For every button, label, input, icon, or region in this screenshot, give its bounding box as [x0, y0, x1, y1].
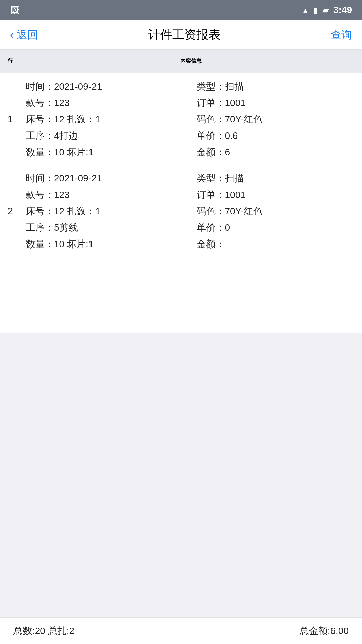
content-line: 订单：1001	[197, 95, 357, 111]
status-bar-left: 🖼	[10, 5, 19, 16]
chevron-left-icon: ‹	[10, 28, 14, 42]
battery-icon	[322, 5, 328, 15]
table-row: 1时间：2021-09-21款号：123床号：12 扎数：1工序：4打边数量：1…	[0, 73, 362, 165]
content-line: 床号：12 扎数：1	[26, 203, 186, 219]
footer-bar: 总数:20 总扎:2 总金额:6.00	[0, 617, 362, 644]
content-line: 数量：10 坏片:1	[26, 144, 186, 160]
photo-icon: 🖼	[10, 5, 19, 16]
content-line: 单价：0.6	[197, 127, 357, 144]
table-header-row: 行 内容信息	[0, 50, 362, 73]
th-hang: 行	[0, 50, 20, 73]
row-index: 1	[0, 73, 20, 165]
spacer-area	[0, 333, 362, 617]
row-content-right: 类型：扫描订单：1001码色：70Y-红色单价：0.6金额：6	[191, 73, 362, 165]
row-content-right: 类型：扫描订单：1001码色：70Y-红色单价：0金额：	[191, 165, 362, 257]
content-line: 单价：0	[197, 219, 357, 236]
content-line: 工序：4打边	[26, 127, 186, 144]
table-row: 2时间：2021-09-21款号：123床号：12 扎数：1工序：5剪线数量：1…	[0, 165, 362, 257]
row-content: 时间：2021-09-21款号：123床号：12 扎数：1工序：5剪线数量：10…	[20, 165, 362, 257]
th-content: 内容信息	[20, 50, 362, 73]
nav-bar: ‹ 返回 计件工资报表 查询	[0, 20, 362, 50]
content-line: 款号：123	[26, 95, 186, 111]
content-line: 金额：	[197, 236, 357, 252]
content-line: 订单：1001	[197, 186, 357, 203]
content-line: 款号：123	[26, 186, 186, 203]
row-content-left: 时间：2021-09-21款号：123床号：12 扎数：1工序：4打边数量：10…	[20, 73, 191, 165]
signal-icon	[314, 5, 318, 15]
status-bar: 🖼 3:49	[0, 0, 362, 20]
back-label: 返回	[17, 28, 38, 42]
table-container: 行 内容信息 1时间：2021-09-21款号：123床号：12 扎数：1工序：…	[0, 50, 362, 333]
content-line: 类型：扫描	[197, 78, 357, 95]
row-index: 2	[0, 165, 20, 257]
content-line: 工序：5剪线	[26, 219, 186, 236]
query-button[interactable]: 查询	[330, 28, 352, 42]
page-title: 计件工资报表	[148, 26, 221, 43]
clock-time: 3:49	[333, 5, 352, 15]
footer-total-amount: 总金额:6.00	[300, 625, 349, 637]
status-bar-right: 3:49	[302, 5, 352, 15]
content-line: 时间：2021-09-21	[26, 170, 186, 186]
content-line: 床号：12 扎数：1	[26, 111, 186, 127]
wifi-icon	[302, 5, 309, 15]
main-table: 行 内容信息 1时间：2021-09-21款号：123床号：12 扎数：1工序：…	[0, 50, 362, 257]
back-button[interactable]: ‹ 返回	[10, 28, 38, 42]
row-content: 时间：2021-09-21款号：123床号：12 扎数：1工序：4打边数量：10…	[20, 73, 362, 165]
content-line: 码色：70Y-红色	[197, 203, 357, 219]
content-line: 数量：10 坏片:1	[26, 236, 186, 252]
row-content-left: 时间：2021-09-21款号：123床号：12 扎数：1工序：5剪线数量：10…	[20, 165, 191, 257]
content-line: 时间：2021-09-21	[26, 78, 186, 95]
footer-total-count: 总数:20 总扎:2	[13, 625, 74, 637]
content-line: 类型：扫描	[197, 170, 357, 186]
content-line: 金额：6	[197, 144, 357, 160]
content-line: 码色：70Y-红色	[197, 111, 357, 127]
